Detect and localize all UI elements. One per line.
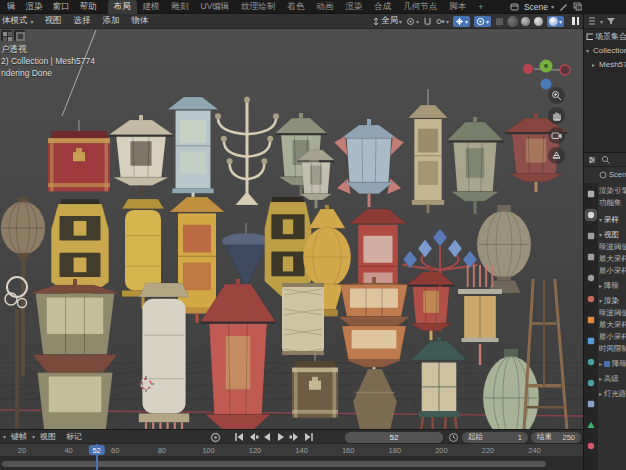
viewport-menu-2[interactable]: 添加 bbox=[97, 15, 126, 25]
current-frame-field[interactable]: 52 bbox=[345, 432, 443, 443]
outliner-row-mesh[interactable]: ▸ Mesh5774 bbox=[584, 57, 626, 71]
prop-row-7[interactable]: ▸降噪 bbox=[599, 280, 626, 292]
workspace-tab-10[interactable]: 脚本 bbox=[443, 0, 472, 14]
topbar-menu-2[interactable]: 窗口 bbox=[48, 1, 75, 13]
viewport-menu-1[interactable]: 选择 bbox=[68, 15, 97, 25]
prop-row-1[interactable]: 功能集 bbox=[599, 197, 626, 209]
viewport-menu-3[interactable]: 物体 bbox=[126, 15, 155, 25]
mode-selector[interactable]: 体模式 ▾ bbox=[0, 15, 39, 27]
timeline-menu-marker[interactable]: 标记 bbox=[61, 431, 87, 442]
auto-key-button[interactable] bbox=[210, 432, 221, 443]
proportional-edit-button[interactable]: ▾ bbox=[436, 17, 449, 26]
current-frame-badge[interactable]: 52 bbox=[88, 445, 104, 455]
topbar-menu-0[interactable]: 辑 bbox=[2, 1, 21, 13]
view-toggle-icon[interactable] bbox=[14, 30, 25, 41]
workspace-tab-9[interactable]: 几何节点 bbox=[397, 0, 443, 14]
prop-row-12[interactable]: 时间限制 bbox=[599, 343, 626, 355]
timeline-scrollbar[interactable] bbox=[2, 461, 546, 467]
prev-key-button[interactable] bbox=[246, 431, 259, 443]
properties-tab-constraints[interactable] bbox=[586, 399, 596, 409]
timeline-menu-keyframe[interactable]: 键帧 bbox=[6, 431, 32, 442]
properties-tab-scene[interactable] bbox=[586, 273, 596, 283]
search-icon[interactable] bbox=[601, 155, 610, 164]
pan-hand-button[interactable] bbox=[548, 107, 565, 124]
rev-play-button[interactable] bbox=[260, 431, 273, 443]
topbar-menu-3[interactable]: 帮助 bbox=[75, 1, 102, 13]
camera-view-button[interactable] bbox=[548, 127, 565, 144]
workspace-tab-7[interactable]: 渲染 bbox=[339, 0, 368, 14]
prop-row-13[interactable]: ▸降噪 bbox=[599, 358, 626, 370]
jump-start-button[interactable] bbox=[232, 431, 245, 443]
prop-row-3[interactable]: ▾视图 bbox=[599, 229, 626, 241]
jump-end-button[interactable] bbox=[302, 431, 315, 443]
properties-tab-world[interactable] bbox=[586, 294, 596, 304]
zoom-button[interactable] bbox=[548, 87, 565, 104]
scene-selector[interactable]: Scene ▾ bbox=[524, 2, 554, 12]
shading-solid-button[interactable] bbox=[521, 17, 530, 26]
workspace-tab-3[interactable]: UV编辑 bbox=[195, 0, 236, 14]
workspace-tab-1[interactable]: 建模 bbox=[137, 0, 166, 14]
workspace-tab-5[interactable]: 着色 bbox=[281, 0, 310, 14]
play-button[interactable] bbox=[274, 431, 287, 443]
properties-tab-material[interactable] bbox=[586, 441, 596, 451]
gizmo-toggle[interactable]: ▾ bbox=[453, 16, 470, 27]
overlays-toggle[interactable]: ▾ bbox=[474, 16, 491, 27]
outliner-row-collection[interactable]: ▾ Collection bbox=[584, 43, 626, 57]
properties-tab-tool[interactable] bbox=[586, 189, 596, 199]
timeline-ruler[interactable]: 52 20406080100120140160180200220240 bbox=[0, 444, 583, 457]
properties-tab-render[interactable] bbox=[586, 210, 596, 220]
prop-row-15[interactable]: ▸灯光路径 bbox=[599, 388, 626, 400]
shading-material-button[interactable] bbox=[534, 17, 543, 26]
shading-wireframe-button[interactable] bbox=[508, 17, 517, 26]
workspace-tab-6[interactable]: 动画 bbox=[310, 0, 339, 14]
xray-toggle[interactable] bbox=[495, 17, 504, 26]
prop-row-8[interactable]: ▾渲染 bbox=[599, 295, 626, 307]
prop-row-10[interactable]: 最大采样 bbox=[599, 319, 626, 331]
snap-target-button[interactable]: ▾ bbox=[406, 17, 419, 26]
properties-tab-output[interactable] bbox=[586, 231, 596, 241]
outliner-row-scene-collection[interactable]: 场景集合 bbox=[584, 29, 626, 43]
orientation-selector[interactable]: 全局 ▾ bbox=[372, 15, 402, 27]
workspace-tab-2[interactable]: 雕刻 bbox=[166, 0, 195, 14]
view-layer-icon[interactable] bbox=[573, 2, 582, 11]
properties-tab-particles[interactable] bbox=[586, 357, 596, 367]
viewport-menu-0[interactable]: 视图 bbox=[39, 15, 68, 25]
workspace-tab-8[interactable]: 合成 bbox=[368, 0, 397, 14]
shading-rendered-button[interactable]: ▾ bbox=[547, 16, 564, 27]
perspective-toggle-button[interactable] bbox=[548, 147, 565, 164]
prop-row-9[interactable]: 噪波阈值 bbox=[599, 307, 626, 319]
properties-tab-modifiers[interactable] bbox=[586, 336, 596, 346]
outliner-filter-icon[interactable] bbox=[606, 16, 616, 26]
timeline-track-area[interactable] bbox=[0, 457, 583, 470]
outliner-display-mode-icon[interactable] bbox=[587, 16, 597, 26]
expand-arrow-icon[interactable]: ▸ bbox=[592, 61, 595, 68]
prop-row-2[interactable]: ▾采样 bbox=[599, 214, 626, 226]
properties-tab-column bbox=[584, 183, 598, 470]
prop-row-4[interactable]: 噪波阈值 bbox=[599, 241, 626, 253]
prop-row-5[interactable]: 最大采样 bbox=[599, 253, 626, 265]
pause-render-button[interactable] bbox=[572, 17, 579, 25]
pen-icon[interactable] bbox=[559, 2, 568, 11]
properties-tab-data[interactable] bbox=[586, 420, 596, 430]
workspace-tab-0[interactable]: 布局 bbox=[108, 0, 137, 14]
navigation-gizmo[interactable] bbox=[508, 57, 580, 119]
properties-editor-icon[interactable] bbox=[587, 155, 597, 165]
frame-end-field[interactable]: 结束 250 bbox=[531, 432, 581, 443]
viewport-3d[interactable]: 户透视 2) Collection | Mesh5774 ndering Don… bbox=[0, 29, 583, 429]
prop-row-11[interactable]: 最小采样 bbox=[599, 331, 626, 343]
prop-row-14[interactable]: ▸高级 bbox=[599, 373, 626, 385]
topbar-menu-1[interactable]: 渲染 bbox=[21, 1, 48, 13]
properties-tab-view-layer[interactable] bbox=[586, 252, 596, 262]
prop-row-6[interactable]: 最小采样 bbox=[599, 265, 626, 277]
properties-tab-physics[interactable] bbox=[586, 378, 596, 388]
prop-row-0[interactable]: 渲染引擎 bbox=[599, 185, 626, 197]
timeline-menu-view[interactable]: 视图 bbox=[35, 431, 61, 442]
editor-type-icon[interactable] bbox=[1, 30, 12, 41]
workspace-tab-11[interactable]: + bbox=[472, 0, 489, 14]
properties-tab-object[interactable] bbox=[586, 315, 596, 325]
expand-arrow-icon[interactable]: ▾ bbox=[586, 47, 589, 54]
magnet-button[interactable] bbox=[423, 17, 432, 26]
workspace-tab-4[interactable]: 纹理绘制 bbox=[235, 0, 281, 14]
next-key-button[interactable] bbox=[288, 431, 301, 443]
frame-start-field[interactable]: 起始 1 bbox=[462, 432, 528, 443]
